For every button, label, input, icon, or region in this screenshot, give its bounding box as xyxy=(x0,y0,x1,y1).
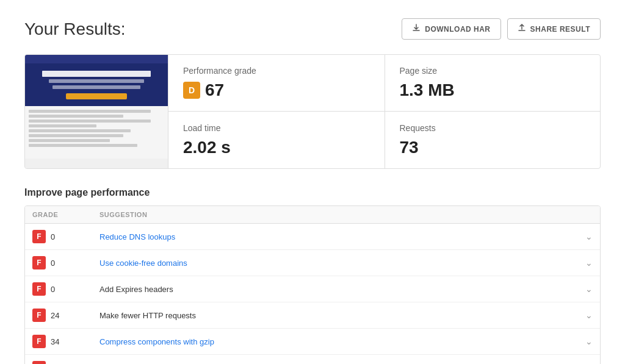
table-row[interactable]: F 0 Reduce DNS lookups ⌄ xyxy=(25,224,600,250)
page-size-label: Page size xyxy=(400,66,437,76)
suggestion-text-3[interactable]: Make fewer HTTP requests xyxy=(99,311,574,320)
suggestions-table: GRADE SUGGESTION F 0 Reduce DNS lookups … xyxy=(24,205,601,364)
grade-cell-2: F 0 xyxy=(32,282,99,296)
download-har-button[interactable]: DOWNLOAD HAR xyxy=(402,18,500,40)
screenshot-body xyxy=(25,106,168,159)
grade-cell-3: F 24 xyxy=(32,309,99,322)
grade-score-0: 0 xyxy=(51,232,55,241)
share-result-label: SHARE RESULT xyxy=(530,25,590,34)
table-row[interactable]: F 0 Add Expires headers ⌄ xyxy=(25,276,600,302)
grade-badge-3: F xyxy=(32,309,46,322)
grade-badge-4: F xyxy=(32,335,46,348)
table-row[interactable]: F 34 Compress components with gzip ⌄ xyxy=(25,329,600,355)
chevron-cell-4: ⌄ xyxy=(574,337,593,346)
suggestion-text-0[interactable]: Reduce DNS lookups xyxy=(99,232,574,241)
chevron-down-icon: ⌄ xyxy=(585,258,593,268)
suggestion-text-4[interactable]: Compress components with gzip xyxy=(99,337,574,346)
suggestion-text-1[interactable]: Use cookie-free domains xyxy=(99,259,574,268)
screenshot-line-6 xyxy=(29,134,123,137)
screenshot-hero-sub2 xyxy=(52,85,140,89)
chevron-down-icon: ⌄ xyxy=(585,310,593,320)
screenshot-cell xyxy=(25,55,168,168)
header: Your Results: DOWNLOAD HAR SHARE RESULT xyxy=(24,18,601,40)
site-screenshot xyxy=(25,55,168,159)
screenshot-nav xyxy=(25,55,168,63)
grade-score-3: 24 xyxy=(51,311,59,320)
chevron-cell-3: ⌄ xyxy=(574,310,593,320)
header-buttons: DOWNLOAD HAR SHARE RESULT xyxy=(402,18,601,40)
header-suggestion: SUGGESTION xyxy=(99,211,574,218)
load-time-cell: Load time 2.02 s xyxy=(168,112,385,168)
table-row[interactable]: F 0 Use cookie-free domains ⌄ xyxy=(25,250,600,276)
grade-score-4: 34 xyxy=(51,337,59,346)
page-wrapper: Your Results: DOWNLOAD HAR SHARE RESULT xyxy=(0,0,625,364)
table-row[interactable]: F 50 Avoid URL redirects ⌄ xyxy=(25,355,600,364)
grade-badge-1: F xyxy=(32,256,46,269)
screenshot-hero-title xyxy=(42,71,151,77)
grade-score-2: 0 xyxy=(51,285,55,294)
screenshot-line-8 xyxy=(29,144,137,147)
share-icon xyxy=(518,24,526,34)
requests-value: 73 xyxy=(400,138,419,157)
chevron-cell-2: ⌄ xyxy=(574,284,593,294)
chevron-cell-0: ⌄ xyxy=(574,232,593,241)
requests-label: Requests xyxy=(400,123,436,133)
table-header: GRADE SUGGESTION xyxy=(25,206,600,224)
screenshot-hero xyxy=(25,63,168,106)
load-time-value: 2.02 s xyxy=(183,138,231,157)
grade-cell-1: F 0 xyxy=(32,256,99,269)
screenshot-hero-sub xyxy=(49,79,143,83)
performance-grade-cell: Performance grade D 67 xyxy=(168,55,385,112)
improve-section: Improve page performance GRADE SUGGESTIO… xyxy=(24,187,601,364)
page-size-cell: Page size 1.3 MB xyxy=(385,55,601,112)
screenshot-line-3 xyxy=(29,120,151,123)
requests-cell: Requests 73 xyxy=(385,112,601,168)
header-grade: GRADE xyxy=(32,211,99,218)
screenshot-hero-btn xyxy=(66,93,127,99)
grade-cell-4: F 34 xyxy=(32,335,99,348)
page-size-value: 1.3 MB xyxy=(400,80,455,100)
performance-grade-label: Performance grade xyxy=(183,66,256,76)
chevron-cell-1: ⌄ xyxy=(574,258,593,268)
grade-cell-5: F 50 xyxy=(32,361,99,364)
grade-score-1: 0 xyxy=(51,259,55,268)
grade-badge-0: F xyxy=(32,230,46,243)
screenshot-line-4 xyxy=(29,124,96,127)
performance-grade-badge: D xyxy=(183,82,200,99)
table-row[interactable]: F 24 Make fewer HTTP requests ⌄ xyxy=(25,302,600,329)
page-title: Your Results: xyxy=(24,20,126,39)
grade-cell-0: F 0 xyxy=(32,230,99,243)
share-result-button[interactable]: SHARE RESULT xyxy=(507,18,601,40)
screenshot-line-2 xyxy=(29,115,123,118)
screenshot-line-7 xyxy=(29,139,110,142)
screenshot-line-1 xyxy=(29,110,151,113)
performance-grade-value: D 67 xyxy=(183,80,224,100)
performance-grade-number: 67 xyxy=(205,80,224,100)
improve-title: Improve page performance xyxy=(24,187,601,198)
chevron-down-icon: ⌄ xyxy=(585,284,593,294)
grade-badge-5: F xyxy=(32,361,46,364)
grade-badge-2: F xyxy=(32,282,46,296)
download-icon xyxy=(412,24,421,34)
header-expand xyxy=(574,211,593,218)
chevron-down-icon: ⌄ xyxy=(585,337,593,346)
results-grid: Performance grade D 67 Page size 1.3 MB … xyxy=(24,54,601,169)
chevron-down-icon: ⌄ xyxy=(585,232,593,241)
screenshot-line-5 xyxy=(29,129,131,132)
load-time-label: Load time xyxy=(183,123,220,133)
suggestion-text-2[interactable]: Add Expires headers xyxy=(99,285,574,294)
download-har-label: DOWNLOAD HAR xyxy=(425,25,490,34)
